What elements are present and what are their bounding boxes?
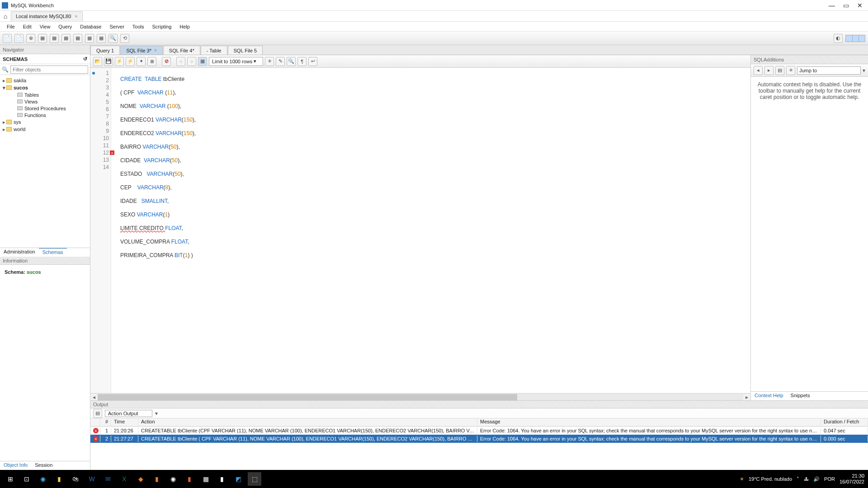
tree-node-sakila[interactable]: ▸sakila [2,77,88,84]
explain-icon[interactable]: ✦ [137,57,146,66]
connection-tab[interactable]: Local instance MySQL80 × [11,11,83,21]
chevron-down-icon[interactable]: ▾ [155,410,158,417]
app-icon-1[interactable]: ◆ [134,472,147,486]
weather-text[interactable]: 19°C Pred. nublado [749,476,792,482]
execute-icon[interactable]: ⚡ [115,57,124,66]
jump-input[interactable]: Jump to [797,66,861,75]
terminal-icon[interactable]: ▮ [215,472,229,486]
tab-schemas[interactable]: Schemas [39,248,67,257]
close-icon[interactable]: × [154,48,157,53]
filter-input[interactable] [10,66,88,74]
output-row[interactable]: x 1 21:20:26 CREATETABLE tbCliente (CPF … [90,427,868,435]
network-icon[interactable]: 🖧 [804,476,809,482]
explorer-icon[interactable]: ▮ [52,472,66,486]
auto-help-icon[interactable]: ✳ [786,66,795,75]
home-icon[interactable]: ⌂ [0,13,11,20]
scroll-track[interactable] [98,394,743,400]
volume-icon[interactable]: 🔊 [813,476,820,482]
scroll-thumb[interactable] [98,394,517,400]
tree-node-views[interactable]: Views [17,98,88,105]
menu-query[interactable]: Query [54,24,76,29]
tree-node-world[interactable]: ▸world [2,126,88,133]
table-icon[interactable]: ▦ [50,34,59,43]
inspector-icon[interactable]: ▦ [38,34,47,43]
view-icon[interactable]: ▦ [73,34,82,43]
row-limit-select[interactable]: Limit to 1000 rows ▾ [209,57,263,66]
menu-file[interactable]: File [3,24,19,29]
scroll-left-icon[interactable]: ◂ [90,394,98,400]
word-icon[interactable]: W [85,472,99,486]
sql-tab-file3[interactable]: SQL File 3*× [120,46,163,55]
code-editor[interactable]: 1 2 3 4 5 6 7 8 9 10 11 x12 13 14 [90,68,750,393]
menu-view[interactable]: View [36,24,55,29]
procedure-icon[interactable]: ▦ [85,34,94,43]
open-sql-icon[interactable]: 📄 [14,34,24,43]
chrome-icon[interactable]: ◉ [166,472,180,486]
menu-server[interactable]: Server [105,24,128,29]
tree-node-procedures[interactable]: Stored Procedures [17,105,88,112]
save-file-icon[interactable]: 💾 [104,57,113,66]
sql-tab-file5[interactable]: SQL File 5 [228,46,263,55]
sql-tab-file4[interactable]: SQL File 4* [163,46,200,55]
menu-tools[interactable]: Tools [128,24,148,29]
tab-administration[interactable]: Administration [0,248,39,257]
vscode-icon[interactable]: ◩ [231,472,245,486]
menu-scripting[interactable]: Scripting [148,24,176,29]
rollback-icon[interactable]: ○ [187,57,196,66]
start-button[interactable]: ⊞ [4,472,17,486]
sql-tab-query1[interactable]: Query 1 [90,46,120,55]
search-icon[interactable]: 🔍 [108,34,118,43]
autocommit-icon[interactable]: ▦ [198,57,207,66]
tray-chevron-icon[interactable]: ˄ [797,476,799,482]
maximize-button[interactable]: ▭ [843,2,849,9]
output-panel-icon[interactable]: ▤ [93,409,102,418]
menu-edit[interactable]: Edit [19,24,36,29]
tab-context-help[interactable]: Context Help [751,392,787,400]
prev-icon[interactable]: ◂ [754,66,763,75]
workbench-taskbar-icon[interactable]: ⬚ [248,472,261,486]
chevron-down-icon[interactable]: ▾ [863,67,865,74]
add-schema-icon[interactable]: ⊕ [26,34,35,43]
execute-current-icon[interactable]: ⚡ [126,57,135,66]
tree-node-tables[interactable]: Tables [17,91,88,98]
commit-icon[interactable]: ○ [176,57,185,66]
menu-database[interactable]: Database [76,24,105,29]
open-file-icon[interactable]: 📂 [93,57,102,66]
refresh-icon[interactable]: ↺ [83,56,87,62]
sql-tab-table[interactable]: - Table [201,46,227,55]
sublime-icon[interactable]: ▮ [150,472,164,486]
close-button[interactable]: ✕ [857,2,863,9]
brush-icon[interactable]: ✎ [276,57,285,66]
office-icon[interactable]: ▮ [183,472,196,486]
mail-icon[interactable]: ✉ [101,472,115,486]
next-icon[interactable]: ▸ [764,66,774,75]
no-limit-icon[interactable]: ⊘ [162,57,171,66]
minimize-button[interactable]: — [829,2,835,9]
calculator-icon[interactable]: ▦ [199,472,212,486]
schema-tree[interactable]: ▸sakila ▾sucos Tables Views Stored Proce… [0,75,90,248]
beautify-icon[interactable]: ✳ [265,57,274,66]
code-body[interactable]: CREATE TABLE tbCliente ( CPF VARCHAR (11… [111,68,750,393]
output-mode-select[interactable]: Action Output [105,410,152,417]
help-page-icon[interactable]: ▤ [775,66,784,75]
menu-help[interactable]: Help [175,24,194,29]
wrap-icon[interactable]: ↩ [308,57,317,66]
store-icon[interactable]: 🛍 [69,472,82,486]
tree-node-functions[interactable]: Functions [17,112,88,118]
table-icon-2[interactable]: ▦ [61,34,71,43]
tree-node-sucos[interactable]: ▾sucos [2,84,88,91]
output-row[interactable]: x 2 21:27:27 CREATETABLE tbCliente ( CPF… [90,435,868,443]
task-view-icon[interactable]: ⊡ [20,472,33,486]
panel-toggle-group[interactable] [845,35,865,42]
stop-icon[interactable]: ◼ [147,57,156,66]
excel-icon[interactable]: X [118,472,131,486]
edge-icon[interactable]: ◉ [36,472,50,486]
reconnect-icon[interactable]: ⟲ [120,34,129,43]
find-icon[interactable]: 🔍 [287,57,296,66]
close-icon[interactable]: × [75,14,77,19]
status-icon[interactable]: ◐ [834,34,843,43]
tab-session[interactable]: Session [31,461,56,470]
tab-snippets[interactable]: Snippets [787,392,814,400]
tab-object-info[interactable]: Object Info [0,461,31,470]
system-clock[interactable]: 21:30 16/07/2022 [840,473,864,485]
